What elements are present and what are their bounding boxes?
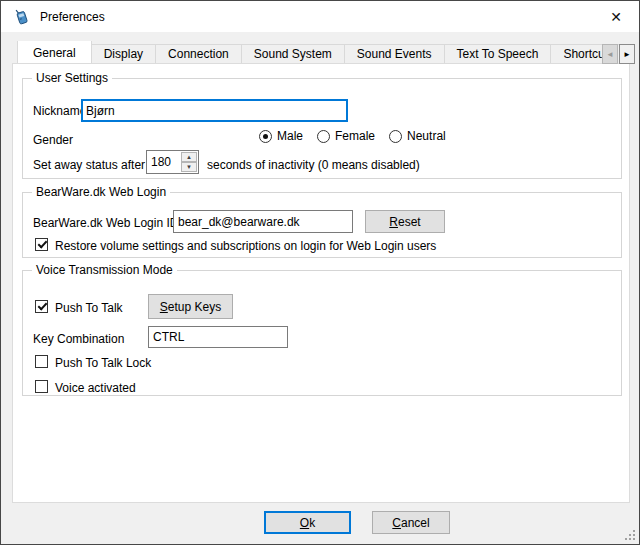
push-to-talk-lock-checkbox[interactable] bbox=[35, 355, 48, 368]
web-login-id-label: BearWare.dk Web Login ID bbox=[33, 216, 178, 230]
cancel-button[interactable]: Cancel bbox=[372, 511, 450, 534]
radio-label: Neutral bbox=[407, 129, 446, 143]
key-combination-label: Key Combination bbox=[33, 332, 124, 346]
push-to-talk-checkbox[interactable] bbox=[35, 300, 48, 313]
voice-transmission-group: Voice Transmission Mode Push To Talk Set… bbox=[22, 270, 622, 396]
radio-male bbox=[259, 130, 272, 143]
web-login-group: BearWare.dk Web Login BearWare.dk Web Lo… bbox=[22, 192, 622, 258]
gender-option-neutral[interactable]: Neutral bbox=[389, 129, 446, 143]
spin-up-icon: ▲ bbox=[186, 154, 192, 160]
setup-keys-button[interactable]: Setup Keys bbox=[148, 294, 233, 319]
voice-activated-label: Voice activated bbox=[55, 381, 136, 395]
push-to-talk-label: Push To Talk bbox=[55, 301, 123, 315]
tab-label: Display bbox=[104, 47, 143, 61]
tab-display[interactable]: Display bbox=[91, 44, 156, 63]
close-button[interactable]: ✕ bbox=[593, 1, 639, 32]
restore-volume-label: Restore volume settings and subscription… bbox=[55, 239, 436, 253]
general-tab-panel: User Settings Nickname Gender Male Femal… bbox=[12, 63, 630, 503]
close-icon: ✕ bbox=[610, 9, 622, 25]
tab-scroller: ◄ ► bbox=[602, 44, 635, 64]
group-title: Voice Transmission Mode bbox=[32, 263, 177, 277]
ok-button[interactable]: Ok bbox=[264, 511, 351, 534]
title-bar: Preferences ✕ bbox=[1, 1, 639, 32]
web-login-id-input[interactable] bbox=[173, 210, 353, 233]
button-label: eset bbox=[398, 215, 421, 229]
away-status-suffix-label: seconds of inactivity (0 means disabled) bbox=[207, 158, 420, 172]
button-label: S bbox=[160, 300, 168, 314]
spin-down-button[interactable]: ▼ bbox=[181, 162, 197, 172]
radio-neutral bbox=[389, 130, 402, 143]
tab-scroll-left-button[interactable]: ◄ bbox=[602, 44, 618, 64]
radio-label: Male bbox=[277, 129, 303, 143]
tab-sound-events[interactable]: Sound Events bbox=[344, 44, 445, 63]
gender-option-male[interactable]: Male bbox=[259, 129, 303, 143]
gender-radio-group: Male Female Neutral bbox=[259, 129, 460, 143]
teamtalk-app-icon bbox=[13, 8, 31, 26]
tab-label: Sound Events bbox=[357, 47, 432, 61]
key-combination-input[interactable] bbox=[148, 326, 288, 348]
reset-button[interactable]: Reset bbox=[365, 210, 445, 233]
resize-grip-icon[interactable] bbox=[625, 530, 635, 540]
tab-text-to-speech[interactable]: Text To Speech bbox=[444, 44, 552, 63]
button-label: k bbox=[309, 516, 315, 530]
nickname-input[interactable] bbox=[81, 99, 348, 122]
spinner-arrows: ▲ ▼ bbox=[181, 152, 197, 172]
restore-volume-checkbox[interactable] bbox=[35, 238, 48, 251]
scroll-right-icon: ► bbox=[623, 50, 631, 59]
away-seconds-spinner[interactable]: 180 ▲ ▼ bbox=[146, 150, 199, 174]
window-title: Preferences bbox=[40, 10, 105, 24]
nickname-label: Nickname bbox=[33, 104, 86, 118]
button-label: ancel bbox=[401, 516, 430, 530]
scroll-left-icon: ◄ bbox=[606, 50, 614, 59]
preferences-dialog: Preferences ✕ General Display Connection… bbox=[0, 0, 640, 545]
button-label: C bbox=[392, 516, 401, 530]
spin-up-button[interactable]: ▲ bbox=[181, 152, 197, 162]
radio-female bbox=[317, 130, 330, 143]
gender-option-female[interactable]: Female bbox=[317, 129, 375, 143]
radio-label: Female bbox=[335, 129, 375, 143]
button-label: R bbox=[389, 215, 398, 229]
tab-sound-system[interactable]: Sound System bbox=[241, 44, 345, 63]
tab-connection[interactable]: Connection bbox=[155, 44, 242, 63]
tab-label: General bbox=[33, 46, 76, 60]
push-to-talk-lock-label: Push To Talk Lock bbox=[55, 356, 151, 370]
spin-down-icon: ▼ bbox=[186, 164, 192, 170]
tab-label: Connection bbox=[168, 47, 229, 61]
away-status-label: Set away status after bbox=[33, 158, 145, 172]
tab-label: Text To Speech bbox=[457, 47, 539, 61]
tab-bar: General Display Connection Sound System … bbox=[17, 41, 635, 63]
gender-label: Gender bbox=[33, 133, 73, 147]
user-settings-group: User Settings Nickname Gender Male Femal… bbox=[22, 78, 622, 179]
button-label: etup Keys bbox=[168, 300, 221, 314]
group-title: BearWare.dk Web Login bbox=[32, 185, 170, 199]
voice-activated-checkbox[interactable] bbox=[35, 380, 48, 393]
tab-scroll-right-button[interactable]: ► bbox=[619, 44, 635, 64]
tab-label: Sound System bbox=[254, 47, 332, 61]
tab-general[interactable]: General bbox=[17, 41, 92, 63]
away-seconds-value: 180 bbox=[151, 151, 171, 173]
button-label: O bbox=[300, 516, 309, 530]
group-title: User Settings bbox=[32, 71, 112, 85]
